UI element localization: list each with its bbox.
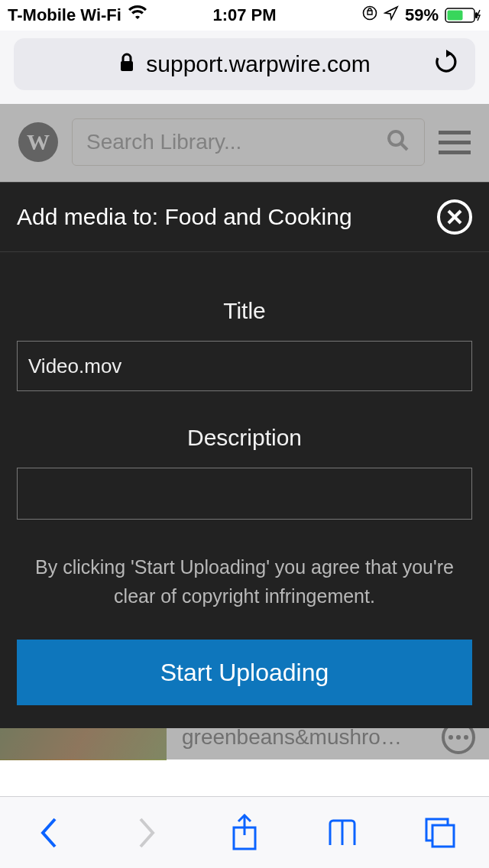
safari-toolbar: [0, 796, 489, 868]
clock: 1:07 PM: [212, 5, 276, 25]
lock-icon: [118, 53, 135, 76]
battery-icon: [445, 7, 481, 24]
location-icon: [384, 5, 399, 25]
bookmarks-button[interactable]: [321, 811, 364, 854]
svg-rect-4: [121, 61, 133, 71]
add-media-modal: Add media to: Food and Cooking Title Des…: [0, 182, 489, 728]
address-bar[interactable]: support.warpwire.com: [14, 38, 475, 90]
share-button[interactable]: [223, 811, 266, 854]
carrier-label: T-Mobile Wi-Fi: [8, 5, 121, 25]
description-field[interactable]: [17, 468, 472, 520]
orientation-lock-icon: [362, 5, 377, 25]
reload-button[interactable]: [434, 50, 458, 79]
battery-percent: 59%: [405, 5, 439, 25]
description-label: Description: [17, 425, 472, 451]
wifi-icon: [128, 5, 147, 25]
safari-address-area: support.warpwire.com: [0, 31, 489, 104]
page-content: W Search Library... greenbeans&mushro… A…: [0, 104, 489, 760]
title-label: Title: [17, 298, 472, 324]
start-uploading-button[interactable]: Start Uploading: [17, 640, 472, 705]
url-text: support.warpwire.com: [146, 51, 370, 77]
disclaimer-text: By clicking 'Start Uploading' you agree …: [17, 553, 472, 611]
ios-status-bar: T-Mobile Wi-Fi 1:07 PM 59%: [0, 0, 489, 31]
tabs-button[interactable]: [419, 811, 461, 854]
title-field[interactable]: [17, 341, 472, 391]
forward-button[interactable]: [125, 811, 168, 854]
close-button[interactable]: [437, 199, 472, 235]
back-button[interactable]: [28, 811, 70, 854]
modal-heading: Add media to: Food and Cooking: [17, 204, 352, 230]
svg-rect-2: [448, 11, 463, 21]
svg-rect-13: [432, 825, 454, 847]
